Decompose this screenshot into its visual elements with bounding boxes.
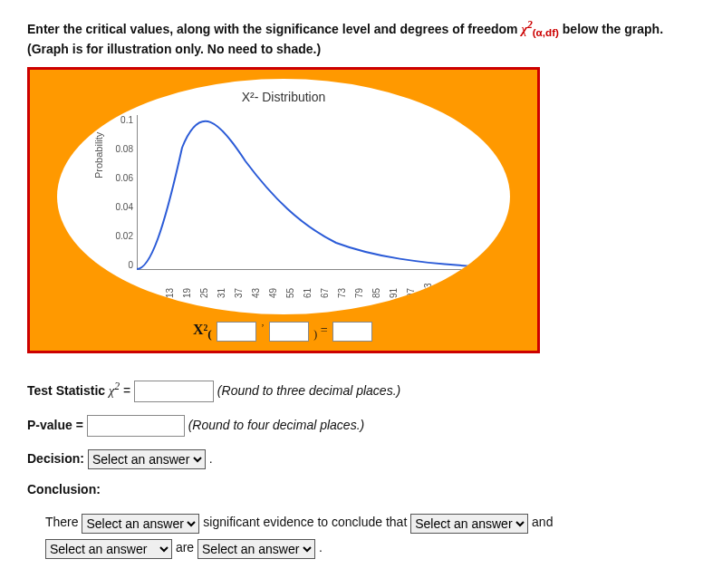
concl-t1: There	[45, 515, 82, 529]
ytick: 0.04	[110, 202, 133, 212]
concl-t5: .	[319, 540, 323, 554]
test-statistic-input[interactable]	[134, 381, 214, 402]
decision-label: Decision:	[27, 451, 88, 466]
decision-period: .	[206, 451, 213, 466]
xtick: 49	[268, 288, 278, 298]
ytick: 0.06	[110, 173, 133, 183]
chi2-symbol: χ2	[109, 384, 120, 398]
test-stat-label: Test Statistic	[27, 383, 109, 398]
xtick: 55	[285, 288, 295, 298]
pvalue-note: (Round to four decimal places.)	[188, 418, 365, 432]
xtick: 73	[337, 288, 347, 298]
conclusion-label: Conclusion:	[27, 482, 101, 496]
xtick: 91	[389, 288, 399, 298]
conclusion-select-2[interactable]: Select an answer	[410, 514, 528, 534]
conclusion-label-row: Conclusion:	[27, 482, 676, 496]
eq: =	[120, 383, 134, 398]
test-statistic-row: Test Statistic χ2 = (Round to three deci…	[27, 381, 676, 402]
conclusion-select-1[interactable]: Select an answer	[82, 514, 199, 534]
instruction-pre: Enter the critical values, along with th…	[27, 22, 521, 36]
ytick: 0.1	[110, 115, 133, 125]
chart-title: X²- Distribution	[57, 90, 510, 104]
xtick: 25	[199, 288, 209, 298]
xtick: 67	[320, 288, 330, 298]
pvalue-label: P-value =	[27, 418, 87, 432]
xtick: 13	[165, 288, 175, 298]
xtick: 31	[217, 288, 226, 298]
pvalue-row: P-value = (Round to four decimal places.…	[27, 415, 676, 437]
y-axis-label: Probability	[93, 132, 104, 178]
xtick: 43	[251, 288, 261, 298]
chi-symbol: χ2	[521, 23, 532, 36]
pvalue-input[interactable]	[87, 415, 185, 437]
critval-input[interactable]	[332, 322, 372, 342]
concl-t4: are	[176, 540, 197, 554]
chi2-label: X²(	[193, 322, 212, 337]
df-input[interactable]	[269, 322, 309, 342]
chart-oval: X²- Distribution Probability 0.1 0.08 0.…	[57, 79, 510, 314]
concl-t3: and	[532, 515, 553, 529]
xtick: 85	[371, 288, 381, 298]
xtick: 97	[406, 288, 416, 298]
ytick: 0.08	[110, 144, 133, 154]
xtick: 19	[182, 288, 192, 298]
chart-frame: X²- Distribution Probability 0.1 0.08 0.…	[27, 67, 540, 353]
xtick: 37	[234, 288, 244, 298]
comma-gap: ,	[262, 317, 265, 327]
conclusion-block: There Select an answer significant evide…	[27, 509, 676, 560]
test-stat-note: (Round to three decimal places.)	[217, 383, 400, 398]
equals-sign: =	[321, 323, 328, 337]
xtick: 103	[423, 284, 433, 299]
xtick: 121	[475, 284, 485, 299]
ytick: 0	[110, 260, 133, 270]
instruction-text: Enter the critical values, along with th…	[27, 18, 676, 58]
chart-input-row: X²( , ) =	[30, 322, 537, 342]
xtick: 7	[148, 294, 158, 299]
decision-select[interactable]: Select an answer	[88, 449, 206, 469]
xtick: 115	[457, 284, 467, 299]
xtick: 109	[440, 284, 450, 299]
xtick: 1	[130, 294, 140, 299]
chi-subscript: (α,df)	[533, 26, 559, 38]
chi2-curve	[137, 111, 492, 275]
decision-row: Decision: Select an answer .	[27, 449, 676, 469]
xtick: 79	[354, 288, 364, 298]
concl-t2: significant evidence to conclude that	[203, 515, 410, 529]
alpha-input[interactable]	[217, 322, 256, 342]
conclusion-select-3[interactable]: Select an answer	[45, 539, 172, 559]
ytick: 0.02	[110, 231, 133, 241]
conclusion-select-4[interactable]: Select an answer	[197, 539, 315, 559]
xtick: 61	[303, 288, 313, 298]
